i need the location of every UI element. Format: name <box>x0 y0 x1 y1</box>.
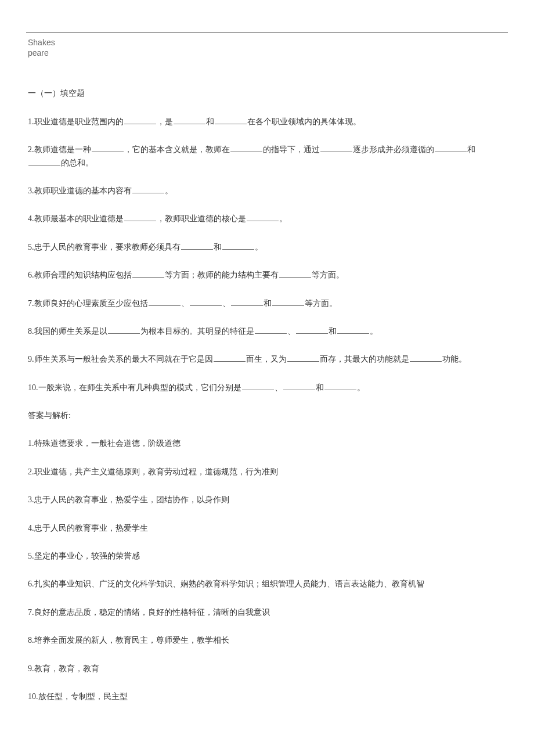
fill-blank <box>320 144 352 152</box>
question-item: 5.忠于人民的教育事业，要求教师必须具有和。 <box>28 241 508 254</box>
section-title: 一（一）填空题 <box>28 87 508 100</box>
answer-item: 5.坚定的事业心，较强的荣誉感 <box>28 550 508 563</box>
question-item: 2.教师道德是一种，它的基本含义就是，教师在的指导下，通过逐步形成并必须遵循的和… <box>28 143 508 170</box>
fill-blank <box>324 382 356 390</box>
fill-blank <box>255 326 287 334</box>
fill-blank <box>132 185 164 193</box>
answers-section: 1.特殊道德要求，一般社会道德，阶级道德2.职业道德，共产主义道德原则，教育劳动… <box>28 437 508 703</box>
question-item: 4.教师最基本的职业道德是，教师职业道德的核心是。 <box>28 213 508 225</box>
question-item: 7.教师良好的心理素质至少应包括、、和等方面。 <box>28 297 508 310</box>
answer-item: 10.放任型，专制型，民主型 <box>28 690 508 703</box>
fill-blank <box>28 157 60 165</box>
fill-blank <box>108 326 140 334</box>
answer-item: 4.忠于人民的教育事业，热爱学生 <box>28 522 508 535</box>
question-item: 10.一般来说，在师生关系中有几种典型的模式，它们分别是、和。 <box>28 381 508 394</box>
fill-blank <box>149 298 181 306</box>
questions-section: 1.职业道德是职业范围内的，是和在各个职业领域内的具体体现。2.教师道德是一种，… <box>28 116 508 394</box>
fill-blank <box>181 242 213 250</box>
fill-blank <box>296 326 328 334</box>
fill-blank <box>124 213 156 221</box>
document-page: Shakespeare 一（一）填空题 1.职业道德是职业范围内的，是和在各个职… <box>0 0 534 744</box>
fill-blank <box>132 269 164 278</box>
fill-blank <box>435 144 467 152</box>
fill-blank <box>410 354 442 362</box>
question-item: 1.职业道德是职业范围内的，是和在各个职业领域内的具体体现。 <box>28 116 508 128</box>
watermark-text: Shakespeare <box>28 37 57 58</box>
answer-item: 9.教育，教育，教育 <box>28 663 508 675</box>
fill-blank <box>174 116 205 124</box>
answer-item: 6.扎实的事业知识、广泛的文化科学知识、娴熟的教育科学知识；组织管理人员能力、语… <box>28 578 508 591</box>
fill-blank <box>222 242 254 250</box>
fill-blank <box>190 298 222 306</box>
fill-blank <box>215 116 247 124</box>
fill-blank <box>230 144 262 152</box>
answer-item: 8.培养全面发展的新人，教育民主，尊师爱生，教学相长 <box>28 634 508 647</box>
fill-blank <box>337 326 369 334</box>
fill-blank <box>214 354 246 362</box>
fill-blank <box>231 298 263 306</box>
fill-blank <box>247 213 279 221</box>
question-item: 9.师生关系与一般社会关系的最大不同就在于它是因而生，又为而存，其最大的功能就是… <box>28 353 508 366</box>
fill-blank <box>287 354 319 362</box>
fill-blank <box>283 382 315 390</box>
document-content: 一（一）填空题 1.职业道德是职业范围内的，是和在各个职业领域内的具体体现。2.… <box>26 87 508 703</box>
answer-header: 答案与解析: <box>28 409 508 422</box>
fill-blank <box>242 382 274 390</box>
answer-item: 2.职业道德，共产主义道德原则，教育劳动过程，道德规范，行为准则 <box>28 466 508 478</box>
fill-blank <box>279 269 311 278</box>
answer-item: 3.忠于人民的教育事业，热爱学生，团结协作，以身作则 <box>28 494 508 506</box>
question-item: 3.教师职业道德的基本内容有。 <box>28 185 508 197</box>
answer-item: 7.良好的意志品质，稳定的情绪，良好的性格特征，清晰的自我意识 <box>28 606 508 619</box>
fill-blank <box>272 298 304 306</box>
question-item: 6.教师合理的知识结构应包括等方面；教师的能力结构主要有等方面。 <box>28 269 508 282</box>
question-item: 8.我国的师生关系是以为根本目标的。其明显的特征是、和。 <box>28 325 508 338</box>
header-divider <box>26 32 508 33</box>
answer-item: 1.特殊道德要求，一般社会道德，阶级道德 <box>28 437 508 450</box>
fill-blank <box>124 116 156 124</box>
fill-blank <box>92 144 124 152</box>
